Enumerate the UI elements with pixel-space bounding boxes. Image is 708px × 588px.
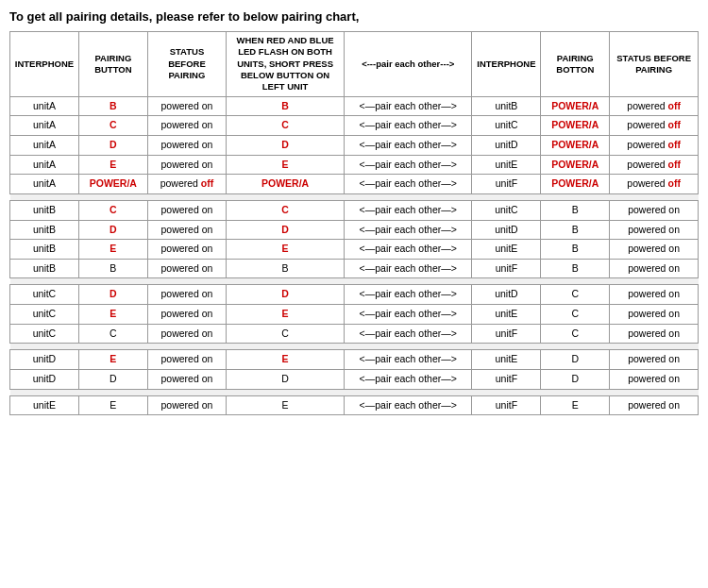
press-button: E (227, 155, 345, 175)
header-status-before2: STATUS BEFORE PAIRING (610, 32, 699, 97)
status1: powered on (147, 350, 226, 370)
status1: powered off (147, 175, 226, 194)
pairing-btn2: POWER/A (541, 116, 610, 136)
pairing-btn2: B (541, 259, 610, 278)
pairing-table: INTERPHONE PAIRING BUTTON STATUS BEFORE … (9, 31, 699, 415)
unit1: unitC (10, 305, 79, 325)
pairing-btn2: POWER/A (541, 96, 610, 116)
status1: powered on (147, 370, 226, 390)
status2: powered on (610, 220, 699, 240)
status2: powered off (610, 155, 699, 175)
status1: powered on (147, 136, 226, 156)
header-status-before: STATUS BEFORE PAIRING (147, 32, 226, 97)
pairing-btn1: E (78, 305, 147, 325)
status2: powered off (610, 175, 699, 194)
pairing-btn1: D (78, 136, 147, 156)
header-when-flash: WHEN RED AND BLUE LED FLASH ON BOTH UNIT… (227, 32, 345, 97)
unit2: unitE (472, 350, 541, 370)
arrow: <—pair each other—> (345, 395, 472, 415)
pairing-btn1: D (78, 220, 147, 240)
status2: powered on (610, 259, 699, 278)
arrow: <—pair each other—> (345, 155, 472, 175)
unit1: unitE (10, 395, 79, 415)
unit1: unitC (10, 285, 79, 305)
table-row: unitEEpowered onE<—pair each other—>unit… (10, 395, 699, 415)
unit1: unitA (10, 136, 79, 156)
press-button: C (227, 116, 345, 136)
pairing-btn2: D (541, 370, 610, 390)
pairing-btn2: C (541, 285, 610, 305)
press-button: D (227, 136, 345, 156)
arrow: <—pair each other—> (345, 116, 472, 136)
status1: powered on (147, 96, 226, 116)
press-button: D (227, 285, 345, 305)
press-button: D (227, 220, 345, 240)
status1: powered on (147, 259, 226, 278)
header-arrow: <---pair each other---> (345, 32, 472, 97)
table-row: unitADpowered onD<—pair each other—>unit… (10, 136, 699, 156)
pairing-btn1: E (78, 240, 147, 260)
arrow: <—pair each other—> (345, 96, 472, 116)
pairing-btn2: C (541, 324, 610, 344)
pairing-btn2: D (541, 350, 610, 370)
header-pairing-button2: PAIRING BOTTON (541, 32, 610, 97)
status2: powered on (610, 305, 699, 325)
press-button: C (227, 324, 345, 344)
unit2: unitE (472, 240, 541, 260)
unit2: unitD (472, 285, 541, 305)
status2: powered on (610, 285, 699, 305)
arrow: <—pair each other—> (345, 370, 472, 390)
table-row: unitBBpowered onB<—pair each other—>unit… (10, 259, 699, 278)
arrow: <—pair each other—> (345, 324, 472, 344)
press-button: E (227, 350, 345, 370)
unit2: unitF (472, 175, 541, 194)
header-interphone: INTERPHONE (10, 32, 79, 97)
status1: powered on (147, 305, 226, 325)
unit2: unitC (472, 116, 541, 136)
status1: powered on (147, 220, 226, 240)
pairing-btn2: POWER/A (541, 175, 610, 194)
table-row: unitCDpowered onD<—pair each other—>unit… (10, 285, 699, 305)
unit2: unitF (472, 324, 541, 344)
press-button: E (227, 240, 345, 260)
table-row: unitCEpowered onE<—pair each other—>unit… (10, 305, 699, 325)
pairing-btn1: D (78, 370, 147, 390)
status2: powered off (610, 96, 699, 116)
unit2: unitB (472, 96, 541, 116)
press-button: POWER/A (227, 175, 345, 194)
arrow: <—pair each other—> (345, 285, 472, 305)
status2: powered off (610, 136, 699, 156)
status2: powered off (610, 116, 699, 136)
pairing-btn2: E (541, 395, 610, 415)
status1: powered on (147, 324, 226, 344)
status1: powered on (147, 285, 226, 305)
header-interphone2: INTERPHONE (472, 32, 541, 97)
arrow: <—pair each other—> (345, 305, 472, 325)
table-row: unitABpowered onB<—pair each other—>unit… (10, 96, 699, 116)
pairing-btn1: D (78, 285, 147, 305)
arrow: <—pair each other—> (345, 240, 472, 260)
table-row: unitBCpowered onC<—pair each other—>unit… (10, 200, 699, 220)
page-title: To get all pairing details, please refer… (9, 9, 699, 24)
unit2: unitF (472, 370, 541, 390)
unit2: unitD (472, 220, 541, 240)
status2: powered on (610, 240, 699, 260)
press-button: E (227, 395, 345, 415)
pairing-btn2: POWER/A (541, 136, 610, 156)
table-row: unitACpowered onC<—pair each other—>unit… (10, 116, 699, 136)
unit1: unitA (10, 155, 79, 175)
pairing-btn2: B (541, 200, 610, 220)
arrow: <—pair each other—> (345, 259, 472, 278)
unit1: unitB (10, 259, 79, 278)
pairing-btn1: E (78, 395, 147, 415)
press-button: E (227, 305, 345, 325)
table-row: unitAPOWER/Apowered offPOWER/A<—pair eac… (10, 175, 699, 194)
arrow: <—pair each other—> (345, 200, 472, 220)
pairing-btn1: E (78, 155, 147, 175)
arrow: <—pair each other—> (345, 350, 472, 370)
pairing-btn1: C (78, 324, 147, 344)
table-row: unitAEpowered onE<—pair each other—>unit… (10, 155, 699, 175)
pairing-btn1: C (78, 200, 147, 220)
pairing-btn1: B (78, 96, 147, 116)
status2: powered on (610, 350, 699, 370)
